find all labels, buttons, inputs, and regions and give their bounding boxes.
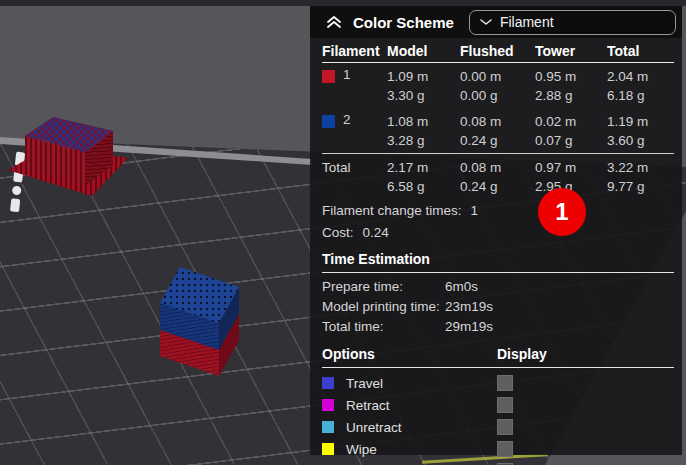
cell-value: 0.07 g <box>535 131 607 150</box>
panel-header: Color Scheme Filament <box>310 6 682 38</box>
options-title: Options <box>322 346 497 362</box>
filament-1-id: 1 <box>343 67 351 82</box>
double-chevron-up-icon <box>326 15 342 29</box>
unretract-color-swatch <box>322 421 334 433</box>
wipe-display-checkbox[interactable] <box>497 441 513 457</box>
option-label-retract: Retract <box>346 398 497 413</box>
table-row-filament-2: 2 1.08 m 3.28 g 0.08 m 0.24 g 0.02 m 0.0… <box>322 108 674 154</box>
chevron-down-icon <box>480 18 492 26</box>
panel-title: Color Scheme <box>353 14 454 31</box>
time-value: 23m19s <box>445 297 674 317</box>
cell-value: 0.97 m <box>535 158 607 177</box>
options-header: Options Display <box>322 346 674 368</box>
time-estimation-title: Time Estimation <box>322 251 674 273</box>
filament-change-times: Filament change times:1 <box>322 201 674 221</box>
option-row-retract: Retract <box>322 394 674 416</box>
filament-change-times-label: Filament change times: <box>322 203 462 218</box>
wipe-color-swatch <box>322 443 334 455</box>
option-row-seams: Seams ✓ <box>322 460 674 465</box>
time-label: Model printing time: <box>322 297 445 317</box>
cell-value: 6.18 g <box>607 86 674 105</box>
total-row-label: Total <box>322 158 387 196</box>
cell-value: 9.77 g <box>607 177 674 196</box>
cell-value: 3.30 g <box>387 86 460 105</box>
cell-value: 6.58 g <box>387 177 460 196</box>
color-scheme-dropdown[interactable]: Filament <box>469 10 676 35</box>
cell-value: 0.08 m <box>460 158 535 177</box>
retract-color-swatch <box>322 399 334 411</box>
travel-display-checkbox[interactable] <box>497 375 513 391</box>
time-row-model-printing: Model printing time: 23m19s <box>322 297 674 317</box>
time-value: 6m0s <box>445 277 674 297</box>
time-row-total: Total time: 29m19s <box>322 317 674 337</box>
cell-value: 2.04 m <box>607 67 674 86</box>
cell-value: 0.24 g <box>460 131 535 150</box>
cell-value: 0.00 m <box>460 67 535 86</box>
table-row-filament-1: 1 1.09 m 3.30 g 0.00 m 0.00 g 0.95 m 2.8… <box>322 63 674 108</box>
option-label-wipe: Wipe <box>346 442 497 457</box>
time-estimation-rows: Prepare time: 6m0s Model printing time: … <box>322 273 674 337</box>
col-header-total: Total <box>607 43 674 59</box>
filament-table-header: Filament Model Flushed Tower Total <box>322 38 674 63</box>
slice-info-panel: Color Scheme Filament Filament Model Flu… <box>310 6 682 455</box>
cell-value: 1.08 m <box>387 112 460 131</box>
col-header-tower: Tower <box>535 43 607 59</box>
slicer-preview-screen: Color Scheme Filament Filament Model Flu… <box>0 0 686 465</box>
filament-1-color-swatch <box>322 70 335 83</box>
time-row-prepare: Prepare time: 6m0s <box>322 277 674 297</box>
cell-value: 0.08 m <box>460 112 535 131</box>
filament-2-id: 2 <box>343 112 351 127</box>
filament-change-times-value: 1 <box>471 203 479 218</box>
cell-value: 0.24 g <box>460 177 535 196</box>
panel-body: Filament Model Flushed Tower Total 1 1.0… <box>310 38 682 465</box>
travel-color-swatch <box>322 377 334 389</box>
col-header-filament: Filament <box>322 43 387 59</box>
option-label-unretract: Unretract <box>346 420 497 435</box>
option-label-travel: Travel <box>346 376 497 391</box>
retract-display-checkbox[interactable] <box>497 397 513 413</box>
time-value: 29m19s <box>445 317 674 337</box>
collapse-panel-button[interactable] <box>324 12 344 32</box>
annotation-badge-1: 1 <box>538 188 586 236</box>
cell-value: 2.17 m <box>387 158 460 177</box>
time-label: Prepare time: <box>322 277 445 297</box>
cell-value: 1.09 m <box>387 67 460 86</box>
table-row-total: Total 2.17 m 6.58 g 0.08 m 0.24 g 0.97 m… <box>322 154 674 199</box>
cell-value: 1.19 m <box>607 112 674 131</box>
unretract-display-checkbox[interactable] <box>497 419 513 435</box>
time-label: Total time: <box>322 317 445 337</box>
filament-2-color-swatch <box>322 115 335 128</box>
cost-label: Cost: <box>322 225 354 240</box>
display-title: Display <box>497 346 674 362</box>
cell-value: 3.28 g <box>387 131 460 150</box>
option-row-wipe: Wipe <box>322 438 674 460</box>
col-header-flushed: Flushed <box>460 43 535 59</box>
cell-value: 0.00 g <box>460 86 535 105</box>
cost-value: 0.24 <box>363 225 389 240</box>
cell-value: 3.22 m <box>607 158 674 177</box>
cell-value: 2.88 g <box>535 86 607 105</box>
cell-value: 0.02 m <box>535 112 607 131</box>
option-row-unretract: Unretract <box>322 416 674 438</box>
cost: Cost:0.24 <box>322 223 674 243</box>
option-row-travel: Travel <box>322 372 674 394</box>
options-rows: Travel Retract Unretract Wipe <box>322 368 674 465</box>
cell-value: 0.95 m <box>535 67 607 86</box>
dropdown-selected-value: Filament <box>500 14 554 30</box>
col-header-model: Model <box>387 43 460 59</box>
cell-value: 3.60 g <box>607 131 674 150</box>
